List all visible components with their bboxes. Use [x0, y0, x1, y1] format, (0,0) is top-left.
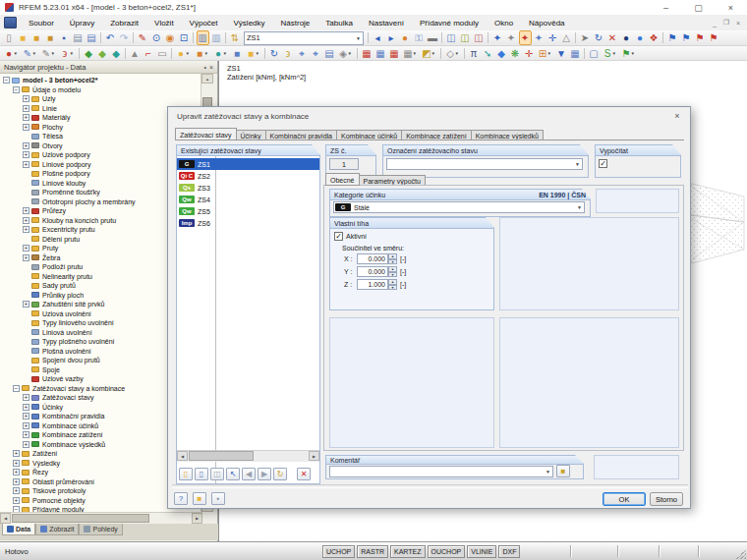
expand-icon[interactable]: + [13, 497, 20, 504]
open-folder-icon[interactable]: ■ [17, 30, 29, 45]
new-line-icon[interactable]: ✎▾ [22, 46, 39, 61]
flag-blue-icon[interactable]: ⚑ [666, 30, 679, 45]
open-project-icon[interactable]: ■ [30, 30, 43, 45]
new-node-icon[interactable]: ●▾ [3, 46, 21, 61]
scrollbar-thumb[interactable] [12, 514, 149, 523]
sort-icon[interactable]: ⇅ [229, 30, 242, 45]
left-button[interactable]: ◀ [242, 468, 256, 480]
plus-icon[interactable]: ✛ [523, 46, 536, 61]
expand-icon[interactable]: + [23, 105, 29, 112]
close-button[interactable]: × [715, 0, 747, 15]
scroll-up-icon[interactable]: ▲ [201, 74, 213, 84]
expand-icon[interactable]: + [23, 404, 29, 411]
status-toggle-uchop[interactable]: UCHOP [322, 545, 355, 558]
redo-icon[interactable]: ↷ [118, 30, 131, 45]
dock-tables-icon[interactable]: ▥ [210, 30, 223, 45]
cancel-button[interactable]: Storno [650, 492, 683, 506]
window-icon[interactable]: ▢ [588, 46, 601, 61]
factor-spinner[interactable]: ▲▼ [388, 279, 397, 290]
expand-icon[interactable]: + [23, 301, 29, 308]
navigator-tab-pohledy[interactable]: Pohledy [79, 524, 122, 535]
list-horizontal-scrollbar[interactable]: ◀ ▶ [177, 450, 319, 462]
scroll-right-icon[interactable]: ▶ [309, 451, 319, 461]
factor-input[interactable]: 1.000 [357, 279, 388, 290]
status-toggle-kartez[interactable]: KARTEZ [390, 545, 426, 558]
help-button[interactable]: ? [174, 492, 188, 505]
show-tables-icon[interactable]: ▥ [197, 30, 209, 45]
menu-pdavnmoduly[interactable]: Přídavné moduly [412, 19, 487, 28]
delete-all-icon[interactable]: ✕ [606, 30, 619, 45]
menu-soubor[interactable]: Soubor [21, 19, 62, 28]
flag-red-icon[interactable]: ⚑ [694, 30, 707, 45]
section-icon[interactable]: ◆ [96, 46, 109, 61]
render-mode-icon[interactable]: ◇▾ [444, 46, 462, 61]
s-icon[interactable]: S▾ [602, 46, 619, 61]
menu-nstroje[interactable]: Nástroje [273, 19, 318, 28]
comment-browse-button[interactable]: ■ [556, 465, 570, 477]
options-icon[interactable]: ◈▾ [337, 46, 355, 61]
new-member-icon[interactable]: ϶▾ [59, 46, 77, 61]
expand-icon[interactable]: + [13, 469, 20, 476]
opening-tool-icon[interactable]: ■▾ [245, 46, 262, 61]
views-icon[interactable]: ◫ [459, 30, 472, 45]
collapse-icon[interactable]: − [13, 385, 20, 392]
expand-icon[interactable]: + [23, 161, 29, 168]
load-case-row[interactable]: QsZS3 [177, 182, 319, 194]
dialog-tab[interactable]: Zatěžovací stavy [175, 128, 237, 140]
collapse-icon[interactable]: − [13, 86, 20, 93]
status-toggle-rastr[interactable]: RASTR [357, 545, 388, 558]
rotate-icon[interactable]: ↻ [593, 30, 605, 45]
material-icon[interactable]: ◆ [83, 46, 95, 61]
expand-icon[interactable]: + [13, 460, 20, 467]
star-icon[interactable]: ❋ [509, 46, 522, 61]
axes-icon[interactable]: ✛ [546, 30, 559, 45]
copy2-button[interactable]: ◫ [210, 468, 224, 480]
expand-icon[interactable]: + [23, 142, 29, 149]
load-case-row[interactable]: ImpZS6 [177, 217, 319, 229]
menu-vloit[interactable]: Vložit [146, 19, 182, 28]
zoom-window-icon[interactable]: ⊡ [178, 30, 191, 45]
table5-icon[interactable]: ▦ [569, 46, 582, 61]
display-props-icon[interactable]: ✦ [491, 30, 504, 45]
scroll-right-icon[interactable]: ▶ [192, 513, 202, 524]
mdi-minimize-button[interactable]: _ [709, 18, 720, 28]
finish-flag-icon[interactable]: ⚑▾ [620, 46, 638, 61]
box-tool-icon[interactable]: ■ [231, 46, 244, 61]
table1-icon[interactable]: ▦ [361, 46, 374, 61]
expand-icon[interactable]: + [23, 95, 29, 102]
surface-tool-icon[interactable]: ■▾ [194, 46, 211, 61]
expand-icon[interactable]: + [23, 413, 29, 420]
minimize-button[interactable]: – [650, 0, 682, 15]
print-preview-icon[interactable]: ▤ [86, 30, 98, 45]
expand-icon[interactable]: + [23, 441, 29, 448]
expand-icon[interactable]: + [23, 151, 29, 158]
dialog-close-icon[interactable]: × [670, 111, 684, 122]
expand-icon[interactable]: + [13, 487, 20, 494]
designation-combobox[interactable]: ▼ [386, 158, 583, 170]
copy-load-case-button[interactable]: ▯ [195, 468, 208, 480]
prev-load-case-icon[interactable]: ◂ [372, 30, 384, 45]
undo-icon[interactable]: ↶ [104, 30, 117, 45]
scrollbar-thumb[interactable] [189, 451, 254, 461]
expand-icon[interactable]: + [23, 114, 29, 121]
save-settings-button[interactable]: ▪ [211, 492, 225, 505]
menu-pravy[interactable]: Úpravy [62, 19, 102, 28]
edit-icon[interactable]: ✎ [137, 30, 149, 45]
grid-icon[interactable]: ⊞▾ [537, 46, 554, 61]
table3-icon[interactable]: ▦ [388, 46, 401, 61]
pick-button[interactable]: ↖ [226, 468, 240, 480]
find-icon[interactable]: ⌖ [296, 46, 309, 61]
table2-icon[interactable]: ▦ [374, 46, 387, 61]
zoom-icon[interactable]: ⊙ [150, 30, 163, 45]
load-case-row[interactable]: QwZS4 [177, 194, 319, 205]
clip-icon[interactable]: ◫ [473, 30, 486, 45]
find2-icon[interactable]: ⌖ [310, 46, 322, 61]
tree-item[interactable]: +Uzly [0, 94, 202, 104]
flag-red2-icon[interactable]: ⚑ [708, 30, 720, 45]
load-case-row[interactable]: Qi CZS2 [177, 170, 319, 182]
comment-combobox[interactable]: ▼ [329, 466, 553, 477]
tree-item[interactable]: −Údaje o modelu [0, 85, 202, 95]
book-icon[interactable]: ▤ [323, 46, 336, 61]
frame-icon[interactable]: ▭ [156, 46, 169, 61]
maximize-button[interactable]: ▢ [682, 0, 715, 15]
